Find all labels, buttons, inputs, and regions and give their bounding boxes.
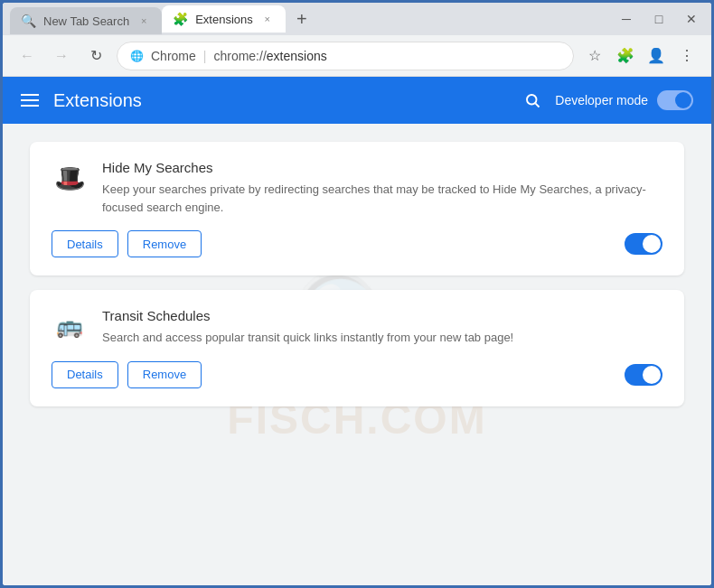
url-display: chrome://extensions — [213, 49, 326, 63]
extension-card-hide-my-searches: 🎩 Hide My Searches Keep your searches pr… — [30, 142, 684, 275]
svg-point-0 — [527, 95, 537, 105]
profile-button[interactable]: 👤 — [643, 42, 670, 70]
extension-details-button-transit-schedules[interactable]: Details — [52, 361, 118, 388]
extension-name-transit-schedules: Transit Schedules — [102, 308, 662, 323]
developer-mode-toggle[interactable] — [657, 90, 693, 110]
extension-footer-transit-schedules: Details Remove — [52, 361, 662, 388]
extension-name-hide-my-searches: Hide My Searches — [102, 160, 662, 175]
extensions-content: 🔍 FISCH.COM 🎩 Hide My Searches Keep your… — [3, 124, 711, 585]
tab-extensions-close[interactable]: × — [260, 12, 275, 26]
extension-desc-transit-schedules: Search and access popular transit quick … — [102, 329, 662, 347]
tab-extensions-icon: 🧩 — [173, 12, 188, 26]
url-path: extensions — [267, 49, 327, 63]
refresh-button[interactable]: ↻ — [82, 42, 109, 70]
menu-button[interactable]: ⋮ — [673, 42, 700, 70]
omnibox[interactable]: 🌐 Chrome | chrome://extensions — [117, 42, 574, 70]
close-button[interactable]: ✕ — [679, 6, 704, 32]
address-bar: ← → ↻ 🌐 Chrome | chrome://extensions ☆ 🧩… — [3, 35, 711, 77]
site-name: Chrome — [151, 49, 196, 63]
extension-icon-transit-schedules: 🚌 — [52, 308, 88, 344]
extensions-search-button[interactable] — [519, 87, 546, 114]
tab-extensions[interactable]: 🧩 Extensions × — [162, 5, 286, 33]
extensions-button[interactable]: 🧩 — [612, 42, 639, 70]
extension-toggle-hide-my-searches[interactable] — [625, 233, 662, 255]
extension-info-hide-my-searches: Hide My Searches Keep your searches priv… — [102, 160, 662, 216]
browser-window: 🔍 New Tab Search × 🧩 Extensions × + ─ □ … — [0, 0, 714, 588]
back-button[interactable]: ← — [14, 42, 41, 70]
title-bar: 🔍 New Tab Search × 🧩 Extensions × + ─ □ … — [3, 3, 711, 35]
hamburger-menu-button[interactable] — [21, 94, 39, 107]
extension-toggle-transit-schedules[interactable] — [625, 364, 662, 386]
extension-footer-hide-my-searches: Details Remove — [52, 230, 662, 257]
url-scheme: chrome:// — [213, 49, 266, 63]
extension-desc-hide-my-searches: Keep your searches private by redirectin… — [102, 181, 662, 216]
developer-mode-section: Developer mode — [519, 87, 693, 114]
developer-mode-label: Developer mode — [555, 93, 648, 107]
maximize-button[interactable]: □ — [646, 6, 672, 32]
extension-info-transit-schedules: Transit Schedules Search and access popu… — [102, 308, 662, 347]
site-security-icon: 🌐 — [130, 50, 144, 62]
url-separator: | — [203, 49, 207, 63]
extensions-title: Extensions — [53, 90, 142, 111]
tab-search-icon: 🔍 — [21, 14, 36, 28]
extensions-header: Extensions Developer mode — [3, 77, 711, 124]
tab-extensions-label: Extensions — [195, 13, 253, 26]
extension-header-transit-schedules: 🚌 Transit Schedules Search and access po… — [52, 308, 662, 347]
extension-details-button-hide-my-searches[interactable]: Details — [52, 230, 118, 257]
tab-new-tab-search-close[interactable]: × — [136, 14, 151, 28]
toolbar-icons: ☆ 🧩 👤 ⋮ — [581, 42, 700, 70]
extension-card-transit-schedules: 🚌 Transit Schedules Search and access po… — [30, 290, 684, 406]
svg-line-1 — [536, 103, 540, 107]
bookmark-button[interactable]: ☆ — [581, 42, 608, 70]
window-controls: ─ □ ✕ — [614, 6, 704, 32]
new-tab-button[interactable]: + — [289, 6, 315, 32]
extension-remove-button-transit-schedules[interactable]: Remove — [127, 361, 202, 388]
tab-new-tab-search[interactable]: 🔍 New Tab Search × — [10, 7, 162, 34]
minimize-button[interactable]: ─ — [614, 6, 639, 32]
tab-new-tab-search-label: New Tab Search — [43, 14, 129, 28]
extension-remove-button-hide-my-searches[interactable]: Remove — [127, 230, 202, 257]
forward-button[interactable]: → — [48, 42, 75, 70]
extension-header-hide-my-searches: 🎩 Hide My Searches Keep your searches pr… — [52, 160, 662, 216]
extension-icon-hide-my-searches: 🎩 — [52, 160, 88, 196]
